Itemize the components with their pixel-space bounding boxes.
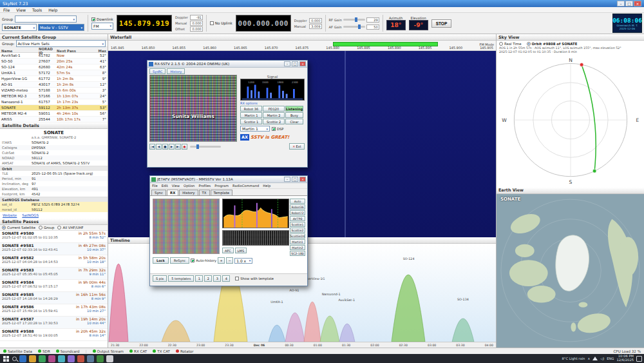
menu-help[interactable]: Help <box>263 184 270 188</box>
record-button[interactable]: ● <box>182 144 187 150</box>
af-gain-slider[interactable] <box>343 26 365 28</box>
clear-button[interactable]: Clear <box>285 119 303 124</box>
ul-manual-value[interactable]: 3.009 <box>309 24 322 29</box>
downlink-checkbox[interactable]: Downlink <box>91 17 113 21</box>
menu-radiocommand[interactable]: RadioCommand <box>232 184 259 188</box>
afc-toggle[interactable]: AFC <box>222 248 234 253</box>
page-3-button[interactable]: 3 <box>213 275 221 282</box>
play-button[interactable]: ▶ <box>169 144 175 150</box>
spix-button[interactable]: S pix <box>153 275 167 282</box>
table-row[interactable]: Nanozond-1617571h 17m 23s5° <box>0 99 108 105</box>
table-row[interactable]: VIZARD-meteo571881h 6m 00s3° <box>0 88 108 93</box>
show-template-checkbox[interactable]: Show with template <box>235 277 274 280</box>
mode-martin1-button[interactable]: Martin1 <box>290 239 305 244</box>
language-indicator[interactable]: ENG <box>607 357 614 360</box>
website-link[interactable]: Website <box>3 213 17 217</box>
skip-start-button[interactable]: |◀ <box>149 144 155 150</box>
taskbar-clock[interactable]: 10:06 PM 12/6/2025 <box>616 355 634 362</box>
mode-scottie1-button[interactable]: Scottie1 <box>290 222 305 227</box>
menu-view[interactable]: View <box>172 184 180 188</box>
minimize-button[interactable]: – <box>617 1 625 6</box>
pass-list-item[interactable]: SONATE #9586in 17h 43m 08s2025-12-07 15:… <box>0 304 108 317</box>
maximize-button[interactable]: □ <box>625 1 633 6</box>
zoom-combo[interactable]: 1.0 x▾ <box>234 258 252 264</box>
stop-playback-button[interactable]: ■ <box>162 144 168 150</box>
templates-button[interactable]: 5 templates <box>168 275 194 282</box>
ul-doppler-value[interactable]: 0.000 <box>309 18 322 23</box>
taskbar-app-icon[interactable] <box>68 355 75 362</box>
mode-scottiedx-button[interactable]: ScottieDX <box>290 233 305 239</box>
lock-button[interactable]: Lock <box>153 257 169 264</box>
tab-tx[interactable]: TX <box>199 190 210 195</box>
resync-button[interactable]: ReSync <box>170 257 189 264</box>
taskbar-app-icon[interactable] <box>97 355 104 362</box>
mode-sc2180-button[interactable]: SC2-180 <box>290 251 305 256</box>
skip-end-button[interactable]: ▶| <box>175 144 181 150</box>
exit-button[interactable]: ✕Ext <box>289 143 305 150</box>
tab-history[interactable]: History <box>167 68 185 74</box>
mode-martin2-button[interactable]: Martin2 <box>290 245 305 250</box>
close-button[interactable]: × <box>634 1 641 6</box>
mmsstv-window[interactable]: JE7AFV (MSTAFVAOT) - MMSSTV Ver 1.13A – … <box>149 175 308 286</box>
menu-option[interactable]: Option <box>184 184 194 188</box>
menu-tools[interactable]: Tools <box>32 8 42 12</box>
taskbar-app-icon[interactable] <box>77 355 84 362</box>
menu-program[interactable]: Program <box>214 184 229 188</box>
earth-view-map[interactable]: SONATE <box>497 194 644 348</box>
page-2-button[interactable]: 2 <box>204 275 212 282</box>
taskbar-app-icon[interactable] <box>19 355 26 362</box>
close-button[interactable]: × <box>299 61 306 66</box>
frequency-scale[interactable]: FM Mode 145.845 145.850 145.855 145.860 … <box>108 41 496 51</box>
start-button[interactable] <box>2 355 10 362</box>
pass-list-item[interactable]: SONATE #9588in 20h 45m 32s2025-12-07 18:… <box>0 329 108 341</box>
pass-list-item[interactable]: SONATE #9580in 2h 55m 57s2025-12-07 01:0… <box>0 231 108 243</box>
table-row[interactable]: SO-1246268042m 24s63° <box>0 64 108 70</box>
menu-edit[interactable]: Edit <box>162 184 168 188</box>
sstv-rx-titlebar[interactable]: RX-SSTV 2.1.5 © 2004-2024 ON6MU (UK) – □… <box>147 61 307 68</box>
realtime-radio[interactable]: Real Time <box>499 42 522 46</box>
playback-slider[interactable] <box>190 146 221 148</box>
mode-scottie2-button[interactable]: Scottie2 <box>290 228 305 233</box>
tab-sync[interactable]: Sync <box>151 190 166 195</box>
lms-toggle[interactable]: LMS <box>235 248 247 253</box>
tab-sysrc[interactable]: SysRC <box>149 68 166 74</box>
close-button[interactable]: × <box>299 177 306 182</box>
filter-current-satellite[interactable]: Current Satellite <box>2 226 35 230</box>
minimize-button[interactable]: – <box>284 61 290 66</box>
table-row[interactable]: SO-502760720m 25s41° <box>0 59 108 64</box>
satnogs-link[interactable]: SatNOGS <box>22 213 39 217</box>
mmsstv-titlebar[interactable]: JE7AFV (MSTAFVAOT) - MMSSTV Ver 1.13A – … <box>150 176 307 183</box>
mode-scottie2-button[interactable]: Scottie 2 <box>263 119 285 124</box>
page-4-button[interactable]: 4 <box>222 275 230 282</box>
mode-scottie1-button[interactable]: Scottie 1 <box>240 119 262 124</box>
transmitter-combo[interactable]: Mode V - SSTV▾ <box>38 24 84 31</box>
table-row[interactable]: UmKA-15717257m 5s8° <box>0 70 108 76</box>
mode-pd120-button[interactable]: PD120 <box>263 106 285 112</box>
taskbar-app-icon[interactable] <box>87 355 94 362</box>
mode-robot36-button[interactable]: Robot 36 <box>240 106 262 112</box>
dl-manual-value[interactable]: 0.000 <box>190 21 203 26</box>
menu-file[interactable]: File <box>152 184 158 188</box>
menu-file[interactable]: File <box>3 8 10 12</box>
volume-icon[interactable]: ◁) <box>600 357 604 360</box>
menu-help[interactable]: Help <box>48 8 57 12</box>
table-row[interactable]: METEOR M2-4590514h 24m 10s56° <box>0 111 108 117</box>
taskbar-app-icon[interactable] <box>106 355 113 362</box>
stop-button[interactable]: STOP <box>431 19 452 28</box>
dl-offset-value[interactable]: 0.000 <box>190 26 203 32</box>
downlink-mode-combo[interactable]: FM▾ <box>91 23 113 30</box>
pass-list-item[interactable]: SONATE #9581in 4h 27m 08s2025-12-07 02:3… <box>0 243 108 255</box>
menu-view[interactable]: View <box>16 8 26 12</box>
mode-martin1-button[interactable]: Martin 1 <box>240 112 262 118</box>
mode-select-combo[interactable]: Martin 1▾ <box>240 126 270 132</box>
pass-list-item[interactable]: SONATE #9587in 19h 14m 20s2025-12-07 17:… <box>0 317 108 329</box>
weather-widget[interactable]: 8°C Light rain <box>562 357 585 360</box>
orbit-radio[interactable]: Orbit #9808 of SONATE <box>527 42 578 46</box>
mode-avt90-button[interactable]: AVT90 <box>290 216 305 221</box>
taskbar-app-icon[interactable] <box>39 355 46 362</box>
mode-robot36-button[interactable]: Robot36 <box>290 204 305 210</box>
pass-list-item[interactable]: SONATE #9584in 9h 00m 44s2025-12-07 07:0… <box>0 280 108 292</box>
tab-history[interactable]: History <box>179 190 198 195</box>
table-row-selected[interactable]: SONATE591122h 13m 37s53° <box>0 105 108 111</box>
table-row[interactable]: AvvikSat-161782Now52° <box>0 53 108 59</box>
